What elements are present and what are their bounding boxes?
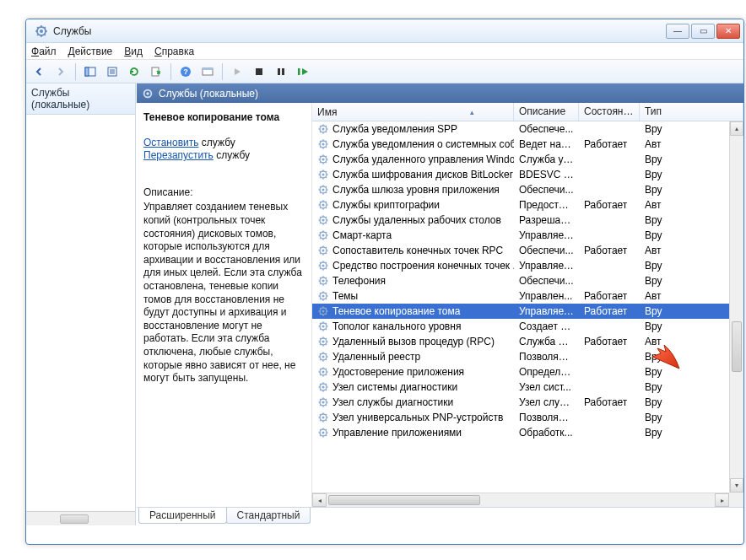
menu-action[interactable]: Действие — [68, 46, 113, 57]
column-state[interactable]: Состояние — [579, 103, 640, 121]
service-desc: Узел сист... — [514, 381, 579, 393]
restart-service-link[interactable]: Перезапустить — [143, 149, 214, 161]
tree-node-services-local[interactable]: Службы (локальные) — [26, 83, 135, 115]
rows-container: Служба уведомления SPPОбеспече...ВруСлуж… — [312, 121, 743, 507]
service-desc: Позволяет... — [514, 351, 579, 363]
service-type: Вру — [640, 305, 743, 317]
service-name: Смарт-карта — [332, 229, 392, 241]
tab-standard[interactable]: Стандартный — [226, 508, 311, 524]
svg-rect-14 — [278, 68, 280, 75]
service-desc: Определя... — [514, 366, 579, 378]
tab-extended[interactable]: Расширенный — [138, 508, 227, 524]
svg-point-34 — [322, 234, 324, 236]
service-row[interactable]: Узел системы диагностикиУзел сист...Вру — [312, 380, 743, 395]
menu-help[interactable]: Справка — [154, 46, 194, 57]
minimize-button[interactable]: — — [666, 24, 689, 39]
service-row[interactable]: Служба уведомления SPPОбеспече...Вру — [312, 121, 743, 137]
services-list: Имя▴ Описание Состояние Тип Служба уведо… — [311, 103, 743, 507]
column-type[interactable]: Тип — [640, 103, 743, 121]
service-row[interactable]: Удаленный вызов процедур (RPC)Служба R..… — [312, 334, 743, 349]
service-gear-icon — [317, 381, 329, 393]
start-service-button[interactable] — [228, 62, 246, 81]
service-row[interactable]: Тополог канального уровняСоздает ка...Вр… — [312, 319, 743, 334]
service-row[interactable]: Служба уведомления о системных соб...Вед… — [312, 137, 743, 152]
service-row[interactable]: ТемыУправлен...РаботаетАвт — [312, 288, 743, 304]
toolbar: ? — [26, 60, 743, 83]
show-hide-tree-button[interactable] — [81, 62, 100, 81]
svg-rect-12 — [203, 68, 213, 70]
service-name: Телефония — [332, 275, 386, 287]
service-name: Удаленный вызов процедур (RPC) — [332, 336, 495, 347]
service-type: Авт — [640, 199, 743, 211]
svg-point-28 — [322, 188, 324, 191]
service-name: Управление приложениями — [332, 427, 462, 439]
svg-point-50 — [322, 355, 324, 358]
service-row[interactable]: Средство построения конечных точек ...Уп… — [312, 258, 743, 273]
service-type: Авт — [640, 138, 743, 150]
stop-service-link[interactable]: Остановить — [143, 137, 199, 148]
service-gear-icon — [317, 123, 329, 135]
scroll-right-button[interactable]: ▸ — [715, 493, 729, 507]
console-button[interactable] — [198, 62, 217, 81]
service-gear-icon — [317, 336, 329, 347]
service-row[interactable]: Управление приложениямиОбработк...Вру — [312, 425, 743, 440]
service-row[interactable]: Службы криптографииПредостав...РаботаетА… — [312, 197, 743, 213]
service-name: Служба уведомления о системных соб... — [332, 138, 514, 150]
menu-view[interactable]: Вид — [124, 46, 143, 57]
column-headers: Имя▴ Описание Состояние Тип — [312, 103, 743, 121]
service-name: Служба шлюза уровня приложения — [332, 184, 500, 196]
column-description[interactable]: Описание — [514, 103, 579, 121]
service-row[interactable]: Удаленный реестрПозволяет...Вру — [312, 349, 743, 364]
service-gear-icon — [317, 245, 329, 256]
stop-service-button[interactable] — [250, 62, 268, 81]
service-desc: Обеспече... — [514, 123, 579, 135]
hscroll-thumb[interactable] — [328, 495, 480, 505]
svg-rect-13 — [256, 68, 262, 75]
service-row[interactable]: Служба шлюза уровня приложенияОбеспечи..… — [312, 182, 743, 197]
scroll-down-button[interactable]: ▾ — [730, 478, 743, 493]
horizontal-scrollbar[interactable]: ◂ ▸ — [312, 493, 729, 507]
description-text: Управляет созданием теневых копий (контр… — [143, 201, 303, 385]
service-gear-icon — [317, 275, 329, 287]
maximize-button[interactable]: ▭ — [691, 24, 715, 39]
service-row[interactable]: Узел универсальных PNP-устройствПозволяе… — [312, 410, 743, 425]
pause-service-button[interactable] — [272, 62, 290, 81]
tree-hscrollbar[interactable] — [26, 511, 135, 525]
scroll-up-button[interactable]: ▴ — [730, 121, 743, 136]
service-name: Удаленный реестр — [332, 351, 420, 363]
svg-rect-15 — [282, 68, 284, 75]
service-desc: Управлен... — [514, 290, 579, 302]
properties-button[interactable] — [103, 62, 122, 81]
service-name: Узел системы диагностики — [332, 381, 457, 393]
help-button[interactable]: ? — [176, 62, 195, 81]
restart-service-button[interactable] — [294, 62, 312, 81]
service-row[interactable]: Служба шифрования дисков BitLockerBDESVC… — [312, 167, 743, 182]
service-row[interactable]: Теневое копирование томаУправляет...Рабо… — [312, 304, 743, 319]
close-button[interactable]: ✕ — [716, 24, 740, 39]
service-type: Вру — [640, 260, 743, 272]
service-desc: Управляет... — [514, 305, 579, 317]
service-type: Вру — [640, 381, 743, 393]
service-row[interactable]: Смарт-картаУправляет...Вру — [312, 228, 743, 243]
service-row[interactable]: Удостоверение приложенияОпределя...Вру — [312, 364, 743, 380]
scroll-thumb[interactable] — [732, 321, 742, 372]
refresh-button[interactable] — [125, 62, 143, 81]
service-gear-icon — [317, 260, 329, 272]
menu-file[interactable]: Файл — [31, 46, 57, 57]
forward-button[interactable] — [51, 62, 70, 81]
service-desc: Разрешает... — [514, 214, 579, 226]
back-button[interactable] — [30, 62, 48, 81]
scroll-left-button[interactable]: ◂ — [312, 493, 327, 507]
column-name[interactable]: Имя▴ — [312, 103, 514, 121]
right-pane-header: Службы (локальные) — [137, 83, 743, 103]
vertical-scrollbar[interactable]: ▴ ▾ — [729, 121, 743, 493]
service-state: Работает — [579, 396, 640, 408]
service-row[interactable]: Служба удаленного управления Windo...Слу… — [312, 152, 743, 167]
titlebar[interactable]: Службы — ▭ ✕ — [26, 19, 743, 43]
service-row[interactable]: Сопоставитель конечных точек RPCОбеспечи… — [312, 243, 743, 258]
service-row[interactable]: ТелефонияОбеспечи...Вру — [312, 273, 743, 288]
service-row[interactable]: Службы удаленных рабочих столовРазрешает… — [312, 213, 743, 228]
service-gear-icon — [317, 169, 329, 180]
export-list-button[interactable] — [147, 62, 165, 81]
service-row[interactable]: Узел службы диагностикиУзел служ...Работ… — [312, 395, 743, 410]
